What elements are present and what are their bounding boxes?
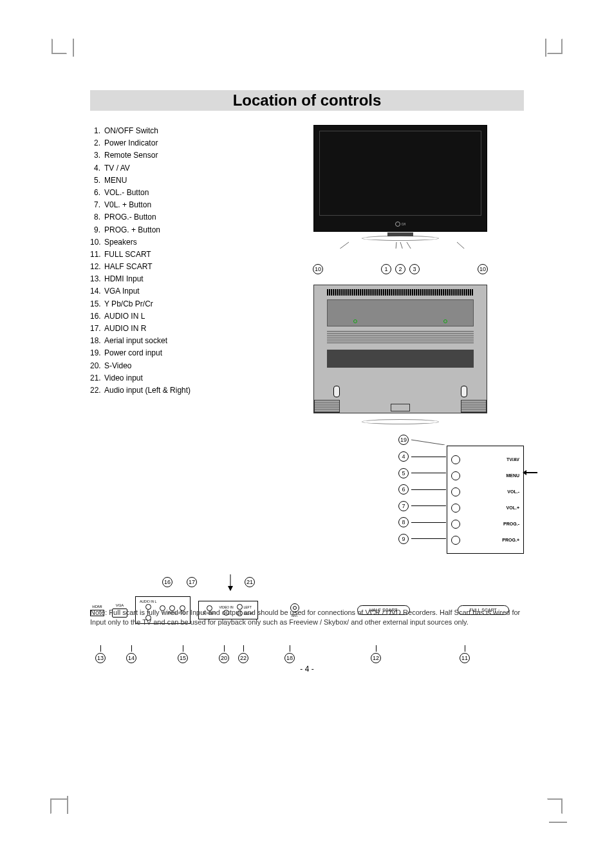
list-number: 10. xyxy=(90,236,104,249)
list-number: 3. xyxy=(90,149,104,162)
control-list-item: 22.Audio input (Left & Right) xyxy=(90,384,264,397)
control-list-item: 10.Speakers xyxy=(90,236,264,249)
side-button-label: PROG.+ xyxy=(502,538,519,542)
control-list-item: 18.Aerial input socket xyxy=(90,335,264,347)
side-callout-5: 5 xyxy=(398,468,409,478)
diagrams: O/I 10 1 xyxy=(277,125,524,554)
list-label: TV / AV xyxy=(104,162,130,175)
list-label: Video input xyxy=(104,372,143,384)
side-button-label: TV/AV xyxy=(507,457,519,462)
tv-screen: O/I xyxy=(313,125,487,232)
list-number: 7. xyxy=(90,199,104,211)
list-label: HALF SCART xyxy=(104,261,152,273)
list-number: 8. xyxy=(90,211,104,223)
control-list-item: 12.HALF SCART xyxy=(90,261,264,273)
list-label: Remote Sensor xyxy=(104,149,158,162)
callout-1: 1 xyxy=(381,264,391,274)
rear-callout-22: 22 xyxy=(238,653,248,663)
arrow-icon xyxy=(526,472,537,473)
control-list-item: 15.Y Pb/Cb Pr/Cr xyxy=(90,298,264,310)
list-number: 6. xyxy=(90,187,104,199)
rear-callout-14: 14 xyxy=(126,653,136,663)
callout-19: 19 xyxy=(398,435,409,445)
control-list-item: 4.TV / AV xyxy=(90,162,264,175)
side-button-circle xyxy=(451,487,460,496)
control-list-item: 19.Power cord input xyxy=(90,347,264,359)
control-list-item: 9.PROG. + Button xyxy=(90,224,264,236)
svg-line-0 xyxy=(319,242,349,249)
list-number: 4. xyxy=(90,162,104,175)
control-list-item: 2.Power Indicator xyxy=(90,137,264,149)
svg-line-5 xyxy=(411,440,445,445)
control-list-item: 8.PROG.- Button xyxy=(90,211,264,223)
list-number: 9. xyxy=(90,224,104,236)
list-number: 22. xyxy=(90,384,104,397)
side-button-row: PROG.+ xyxy=(451,532,519,548)
side-callout-6: 6 xyxy=(398,484,409,495)
list-number: 14. xyxy=(90,285,104,297)
callout-3: 3 xyxy=(409,264,420,274)
list-number: 15. xyxy=(90,298,104,310)
controls-list: 1.ON/OFF Switch2.Power Indicator3.Remote… xyxy=(90,125,264,397)
control-list-item: 11.FULL SCART xyxy=(90,249,264,261)
svg-marker-7 xyxy=(228,586,233,591)
callout-10-left: 10 xyxy=(313,264,323,274)
list-number: 5. xyxy=(90,175,104,187)
side-button-label: VOL.+ xyxy=(507,505,519,510)
callout-2: 2 xyxy=(395,264,405,274)
tv-back-diagram xyxy=(277,285,524,416)
control-list-item: 20.S-Video xyxy=(90,360,264,372)
list-label: FULL SCART xyxy=(104,249,151,261)
list-number: 20. xyxy=(90,360,104,372)
list-number: 2. xyxy=(90,137,104,149)
control-list-item: 1.ON/OFF Switch xyxy=(90,125,264,137)
vga-label: VGA xyxy=(116,603,124,607)
list-label: Speakers xyxy=(104,236,137,249)
control-list-item: 21.Video input xyxy=(90,372,264,384)
list-label: MENU xyxy=(104,175,127,187)
svg-line-1 xyxy=(395,242,396,249)
side-button-label: VOL.- xyxy=(507,489,519,494)
rear-callout-15: 15 xyxy=(178,653,188,663)
rear-callout-13: 13 xyxy=(95,653,106,663)
svg-line-2 xyxy=(400,242,407,249)
side-button-row: TV/AV xyxy=(451,451,519,467)
list-number: 19. xyxy=(90,347,104,359)
list-label: PROG. + Button xyxy=(104,224,160,236)
side-buttons-diagram: 19 456789 TV/AVMENUVOL.-VOL.+PROG.-PROG.… xyxy=(277,446,524,554)
control-list-item: 14.VGA Input xyxy=(90,285,264,297)
list-label: Aerial input socket xyxy=(104,335,167,347)
control-list-item: 3.Remote Sensor xyxy=(90,149,264,162)
callout-17: 17 xyxy=(187,577,197,587)
side-button-circle xyxy=(451,536,460,545)
control-list-item: 13.HDMI Input xyxy=(90,273,264,285)
side-button-label: PROG.- xyxy=(503,522,519,526)
list-label: Power Indicator xyxy=(104,137,158,149)
page-content: Location of controls 1.ON/OFF Switch2.Po… xyxy=(90,90,524,641)
svg-line-4 xyxy=(457,242,481,249)
side-button-row: VOL.- xyxy=(451,484,519,500)
side-button-circle xyxy=(451,504,460,513)
side-button-circle xyxy=(451,520,460,529)
callout-10-right: 10 xyxy=(478,264,488,274)
list-label: PROG.- Button xyxy=(104,211,156,223)
tv-front-diagram: O/I 10 1 xyxy=(277,125,524,274)
list-number: 18. xyxy=(90,335,104,347)
control-list-item: 6.VOL.- Button xyxy=(90,187,264,199)
list-label: Audio input (Left & Right) xyxy=(104,384,191,397)
footnote: Note: Full scart is fully wired for Inpu… xyxy=(90,608,524,628)
side-button-circle xyxy=(451,471,460,480)
list-label: VGA Input xyxy=(104,285,140,297)
list-label: HDMI Input xyxy=(104,273,144,285)
list-label: V0L. + Button xyxy=(104,199,151,211)
list-number: 21. xyxy=(90,372,104,384)
list-label: Power cord input xyxy=(104,347,162,359)
rear-callout-20: 20 xyxy=(219,653,229,663)
list-label: ON/OFF Switch xyxy=(104,125,158,137)
control-list-item: 17.AUDIO IN R xyxy=(90,323,264,335)
rear-callout-18: 18 xyxy=(284,653,295,663)
list-number: 17. xyxy=(90,323,104,335)
control-list-item: 5.MENU xyxy=(90,175,264,187)
list-label: VOL.- Button xyxy=(104,187,149,199)
svg-line-3 xyxy=(407,242,420,249)
